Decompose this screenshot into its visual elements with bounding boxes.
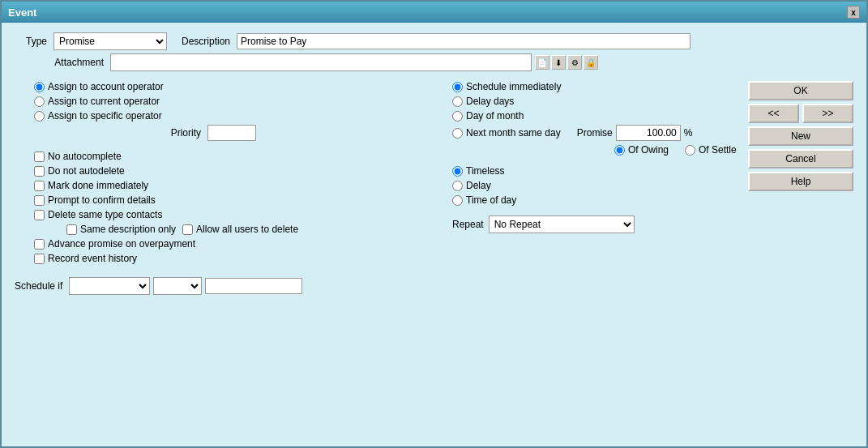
attachment-row: Attachment 📄 ⬇ ⚙ 🔒 xyxy=(15,53,853,71)
timeless-group: Timeless xyxy=(452,165,748,177)
timeless-label: Timeless xyxy=(466,165,505,177)
same-desc-checkbox[interactable] xyxy=(66,224,77,235)
of-owing-settle-row: Of Owing Of Settle xyxy=(614,144,748,156)
assign-account-radio-group: Assign to account operator xyxy=(34,81,444,92)
attach-settings-icon[interactable]: ⚙ xyxy=(567,55,582,70)
schedule-if-select[interactable]: Option 1 Option 2 xyxy=(69,277,150,295)
sub-checkboxes: Same description only Allow all users to… xyxy=(66,224,444,235)
do-not-autodelete-checkbox[interactable] xyxy=(34,166,45,177)
ok-button[interactable]: OK xyxy=(748,81,853,100)
do-not-autodelete-label: Do not autodelete xyxy=(48,165,125,177)
same-desc-label: Same description only xyxy=(80,224,176,235)
record-event-group: Record event history xyxy=(34,253,444,264)
repeat-select[interactable]: No Repeat Daily Weekly Monthly Yearly xyxy=(489,215,635,233)
delay-days-label: Delay days xyxy=(466,96,514,107)
priority-row: Priority xyxy=(15,125,444,141)
priority-input[interactable] xyxy=(207,125,256,141)
schedule-value-input[interactable] xyxy=(205,278,302,294)
schedule-immediately-radio[interactable] xyxy=(452,82,463,92)
attachment-icons: 📄 ⬇ ⚙ 🔒 xyxy=(535,55,598,70)
delay-days-group: Delay days xyxy=(452,96,748,107)
delete-same-type-label: Delete same type contacts xyxy=(48,209,162,220)
prompt-confirm-label: Prompt to confirm details xyxy=(48,194,156,206)
repeat-row: Repeat No Repeat Daily Weekly Monthly Ye… xyxy=(452,215,748,233)
day-of-month-radio[interactable] xyxy=(452,111,463,122)
of-owing-label: Of Owing xyxy=(628,144,669,156)
advance-promise-checkbox[interactable] xyxy=(34,239,45,250)
assign-specific-radio[interactable] xyxy=(34,111,45,122)
buttons-panel: OK << >> New Cancel Help xyxy=(748,78,853,437)
type-row: Type Promise Description xyxy=(15,32,853,50)
assign-current-radio-group: Assign to current operator xyxy=(34,96,444,107)
no-autocomplete-group: No autocomplete xyxy=(34,151,444,162)
promise-label: Promise xyxy=(577,127,613,139)
next-month-row: Next month same day Promise % xyxy=(452,125,748,141)
day-of-month-group: Day of month xyxy=(452,110,748,122)
attachment-label: Attachment xyxy=(15,57,104,68)
do-not-autodelete-group: Do not autodelete xyxy=(34,165,444,177)
delete-same-type-checkbox[interactable] xyxy=(34,210,45,220)
schedule-mid-select[interactable]: is is not xyxy=(153,277,202,295)
schedule-if-label: Schedule if xyxy=(15,280,62,292)
repeat-label: Repeat xyxy=(452,219,484,230)
nav-row: << >> xyxy=(748,104,853,123)
close-button[interactable]: x xyxy=(847,6,860,19)
type-label: Type xyxy=(15,36,47,47)
next-button[interactable]: >> xyxy=(802,104,853,123)
timeless-radio[interactable] xyxy=(452,166,463,177)
mark-done-label: Mark done immediately xyxy=(48,180,148,191)
assign-current-radio[interactable] xyxy=(34,96,45,107)
delay-group: Delay xyxy=(452,180,748,191)
attach-file-icon[interactable]: 📄 xyxy=(535,55,549,70)
attach-download-icon[interactable]: ⬇ xyxy=(551,55,566,70)
new-button[interactable]: New xyxy=(748,126,853,146)
priority-label: Priority xyxy=(15,127,201,139)
assign-specific-radio-group: Assign to specific operator xyxy=(34,110,444,122)
delete-same-type-group: Delete same type contacts xyxy=(34,209,444,220)
no-autocomplete-label: No autocomplete xyxy=(48,151,122,162)
of-settle-radio[interactable] xyxy=(685,145,695,156)
record-event-label: Record event history xyxy=(48,253,137,264)
delay-radio[interactable] xyxy=(452,181,463,191)
event-window: Event x Type Promise Description Attachm… xyxy=(0,0,868,448)
type-select[interactable]: Promise xyxy=(53,32,167,50)
schedule-if-row: Schedule if Option 1 Option 2 is is not xyxy=(15,277,444,295)
no-autocomplete-checkbox[interactable] xyxy=(34,151,45,162)
assign-account-radio[interactable] xyxy=(34,82,45,92)
prompt-confirm-group: Prompt to confirm details xyxy=(34,194,444,206)
next-month-radio[interactable] xyxy=(452,128,463,139)
assign-specific-label: Assign to specific operator xyxy=(48,110,162,122)
delay-label: Delay xyxy=(466,180,491,191)
time-of-day-radio[interactable] xyxy=(452,195,463,206)
right-panel: Schedule immediately Delay days Day of m… xyxy=(444,78,748,437)
record-event-checkbox[interactable] xyxy=(34,254,45,264)
title-bar: Event x xyxy=(2,2,866,23)
attachment-input[interactable] xyxy=(110,53,532,71)
delay-days-radio[interactable] xyxy=(452,96,463,107)
cancel-button[interactable]: Cancel xyxy=(748,149,853,169)
attach-lock-icon[interactable]: 🔒 xyxy=(584,55,598,70)
description-input[interactable] xyxy=(237,33,691,49)
allow-all-users-checkbox[interactable] xyxy=(182,224,193,235)
description-label: Description xyxy=(173,36,230,47)
content-area: Type Promise Description Attachment 📄 ⬇ … xyxy=(2,23,866,446)
mark-done-group: Mark done immediately xyxy=(34,180,444,191)
prev-button[interactable]: << xyxy=(748,104,799,123)
assign-account-label: Assign to account operator xyxy=(48,81,164,92)
day-of-month-label: Day of month xyxy=(466,110,524,122)
of-owing-radio[interactable] xyxy=(614,145,625,156)
promise-input[interactable] xyxy=(616,125,681,141)
prompt-confirm-checkbox[interactable] xyxy=(34,195,45,206)
next-month-label: Next month same day xyxy=(466,127,561,139)
help-button[interactable]: Help xyxy=(748,172,853,191)
window-title: Event xyxy=(8,6,36,19)
time-of-day-label: Time of day xyxy=(466,194,516,206)
left-panel: Assign to account operator Assign to cur… xyxy=(15,78,444,437)
advance-promise-group: Advance promise on overpayment xyxy=(34,238,444,250)
main-body: Assign to account operator Assign to cur… xyxy=(15,78,853,437)
assign-current-label: Assign to current operator xyxy=(48,96,160,107)
schedule-immediately-label: Schedule immediately xyxy=(466,81,561,92)
promise-pct: % xyxy=(684,127,693,139)
schedule-immediately-group: Schedule immediately xyxy=(452,81,748,92)
mark-done-checkbox[interactable] xyxy=(34,181,45,191)
